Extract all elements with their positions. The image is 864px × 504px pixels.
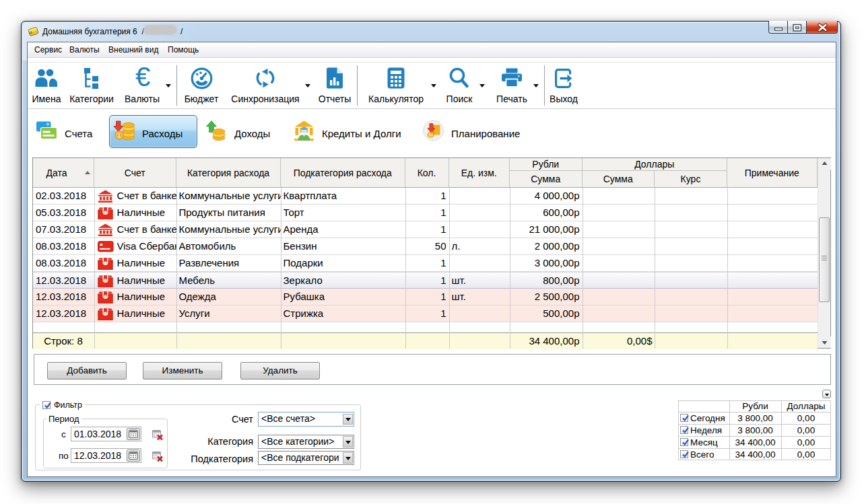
svg-text:€: € (135, 67, 150, 89)
svg-text:1: 1 (117, 132, 121, 139)
